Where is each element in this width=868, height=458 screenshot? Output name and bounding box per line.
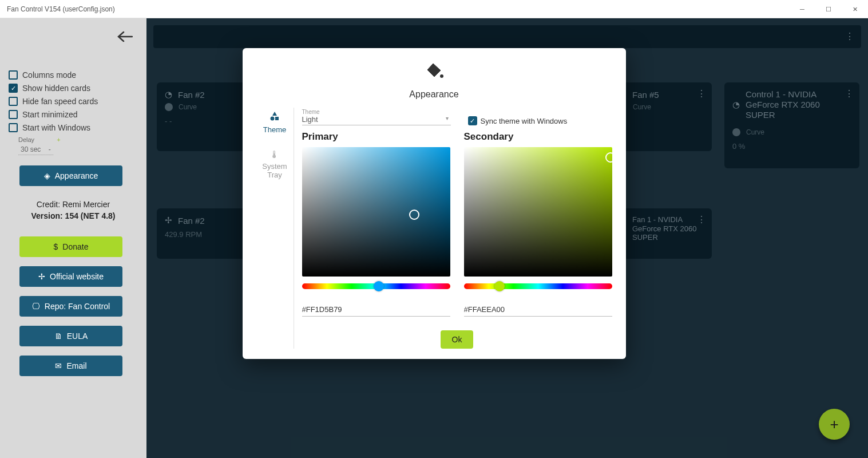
primary-hex-input[interactable] bbox=[302, 303, 450, 317]
secondary-hue-slider[interactable] bbox=[464, 283, 612, 289]
thermometer-icon: 🌡 bbox=[256, 149, 294, 161]
secondary-sv-canvas[interactable] bbox=[464, 147, 612, 277]
sv-cursor[interactable] bbox=[409, 210, 419, 220]
primary-sv-canvas[interactable] bbox=[302, 147, 450, 277]
secondary-color-picker: Secondary bbox=[464, 131, 612, 317]
svg-point-0 bbox=[440, 74, 443, 78]
sync-theme-checkbox[interactable]: ✓ Sync theme with Windows bbox=[468, 116, 568, 125]
shapes-icon bbox=[256, 111, 294, 124]
sv-cursor[interactable] bbox=[605, 152, 616, 163]
theme-select-dropdown[interactable]: Theme Light ▾ bbox=[302, 108, 451, 125]
secondary-heading: Secondary bbox=[464, 131, 612, 143]
primary-heading: Primary bbox=[302, 131, 450, 143]
hue-thumb[interactable] bbox=[374, 281, 384, 291]
svg-marker-1 bbox=[272, 112, 277, 116]
sync-theme-label: Sync theme with Windows bbox=[481, 117, 568, 125]
modal-title: Appearance bbox=[256, 89, 612, 100]
paint-bucket-icon bbox=[256, 62, 612, 86]
hue-thumb[interactable] bbox=[494, 281, 505, 291]
appearance-modal: Appearance Theme 🌡 System Tray Th bbox=[243, 48, 626, 359]
chevron-down-icon: ▾ bbox=[446, 115, 449, 121]
secondary-hex-input[interactable] bbox=[464, 303, 612, 317]
tab-system-tray[interactable]: 🌡 System Tray bbox=[256, 149, 294, 179]
tab-theme[interactable]: Theme bbox=[256, 111, 294, 134]
modal-backdrop[interactable]: Appearance Theme 🌡 System Tray Th bbox=[0, 0, 868, 458]
modal-tabs: Theme 🌡 System Tray bbox=[256, 108, 294, 349]
ok-button[interactable]: Ok bbox=[441, 330, 474, 349]
primary-color-picker: Primary bbox=[302, 131, 450, 317]
theme-select-value: Light bbox=[302, 115, 451, 124]
theme-select-label: Theme bbox=[302, 109, 451, 115]
svg-rect-3 bbox=[275, 117, 279, 120]
checkbox-icon: ✓ bbox=[468, 116, 477, 125]
svg-point-2 bbox=[271, 117, 275, 121]
primary-hue-slider[interactable] bbox=[302, 283, 450, 289]
